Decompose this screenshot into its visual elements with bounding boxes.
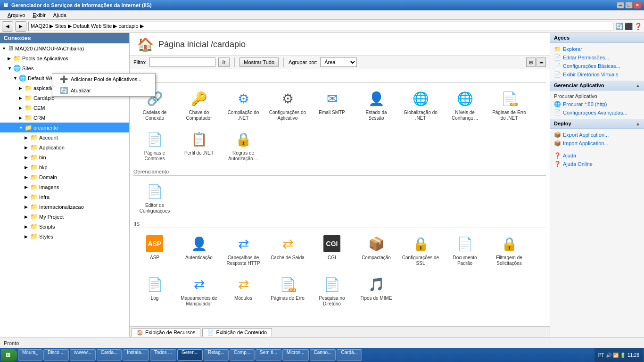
tree-toggle[interactable]: ▶ [25,155,30,160]
icon-erros-http[interactable]: 📄 404 Páginas de Erro [266,272,309,310]
maximize-button[interactable]: □ [625,2,633,8]
taskbar-todos[interactable]: Todos ... [150,349,176,361]
exibir-virt-link[interactable]: 📄 Exibir Diretórios Virtuais [554,70,640,79]
tree-toggle[interactable]: ▶ [19,106,25,110]
icon-regras[interactable]: 🔒 Regras de Autorização ... [222,126,264,165]
tree-toggle[interactable]: ▶ [25,165,30,170]
tree-toggle[interactable]: ▼ [2,46,8,51]
icon-mime[interactable]: 🎵 Tipos de MIME [355,272,397,310]
tree-node-crm[interactable]: ▶ 📁 CRM [0,113,129,123]
taskbar-micros[interactable]: Micros... [282,349,309,361]
tree-node-internacionalizacao[interactable]: ▶ 📁 Internacionalizacao [0,202,129,212]
gerenciar-collapse-btn[interactable]: ▲ [636,83,640,88]
icon-perfil[interactable]: 📋 Perfil do .NET [178,126,220,165]
tree-node-scripts[interactable]: ▶ 📁 Scripts [0,222,129,231]
tree-node-domain[interactable]: ▶ 📁 Domain [0,172,129,182]
config-avancadas-link[interactable]: 📄 Configurações Avançadas... [554,108,640,117]
import-app-link[interactable]: 📦 Import Application... [554,139,640,148]
taskbar-retag[interactable]: Retag... [204,349,229,361]
tree-node-orcamento[interactable]: ▼ 📁 orcamento [0,123,129,132]
icon-erros-net[interactable]: 📄 404 Páginas de Erro do .NET [488,86,530,124]
icon-editor-config[interactable]: 📄 Editor de Configurações [133,179,176,217]
tree-toggle[interactable]: ▶ [25,205,30,209]
icon-config-app[interactable]: ⚙ Configurações do Aplicativo [266,86,309,124]
tree-toggle[interactable]: ▶ [25,224,30,229]
menu-exibir[interactable]: Exibir [29,11,50,19]
tree-toggle[interactable]: ▶ [25,145,30,150]
tree-node-bkp[interactable]: ▶ 📁 bkp [0,162,129,172]
procurar80-link[interactable]: 🌐 Procurar *:80 (http) [554,100,640,108]
tree-node-styles[interactable]: ▶ 📁 Styles [0,231,129,241]
tree-node-account[interactable]: ▶ 📁 Account [0,132,129,142]
tree-toggle[interactable]: ▶ [25,234,30,239]
config-basicas-link[interactable]: 📄 Configurações Básicas... [554,62,640,70]
tree-toggle[interactable]: ▶ [25,175,30,180]
taskbar-carda2[interactable]: Cardá... [337,349,362,361]
tab-conteudo[interactable]: 📄 Exibição de Conteúdo [202,328,272,337]
close-button[interactable]: ✕ [634,2,641,8]
deploy-collapse-btn[interactable]: ▲ [636,121,640,126]
icon-global[interactable]: 🌐 Globalização do .NET [399,86,442,124]
groupby-select[interactable]: Área Categoria [320,58,357,67]
taskbar-www[interactable]: wwww... [70,349,96,361]
icon-compactacao[interactable]: 📦 Compactação [355,231,397,270]
taskbar-semti[interactable]: Sem ti... [256,349,281,361]
help-icon[interactable]: ❓ [634,23,642,30]
filter-input[interactable] [149,58,215,67]
icon-filtragem[interactable]: 🔒 Filtragem de Solicitações [488,231,530,270]
icon-ssl[interactable]: 🔒 Configurações de SSL [399,231,442,270]
tree-toggle[interactable]: ▼ [19,125,25,130]
editar-perm-link[interactable]: 📄 Editar Permissões... [554,53,640,62]
ctx-refresh[interactable]: 🔄 Atualizar [52,85,155,96]
back-button[interactable]: ◀ [2,21,13,32]
icon-compilacao[interactable]: ⚙ Compilação do .NET [222,86,264,124]
taskbar-geren[interactable]: Geren... [177,349,203,361]
icon-asp[interactable]: ASP ASP [133,231,176,270]
address-input[interactable]: MAQ20 ▶ Sites ▶ Default Web Site ▶ carda… [28,22,613,31]
tree-toggle[interactable]: ▶ [25,135,30,140]
stop-icon[interactable]: ⬛ [625,23,633,30]
filter-go-button[interactable]: Ir [218,58,230,67]
tree-node-cem[interactable]: ▶ 📁 CEM [0,103,129,113]
start-button[interactable]: ⊞ [1,349,17,361]
export-app-link[interactable]: 📦 Export Application... [554,131,640,139]
menu-ajuda[interactable]: Ajuda [50,11,70,19]
refresh-icon[interactable]: 🔄 [615,23,623,30]
view-small-icon-button[interactable]: ☰ [537,58,546,67]
tree-toggle[interactable]: ▶ [8,56,13,61]
tab-recursos[interactable]: 🏠 Exibição de Recursos [132,328,200,337]
forward-button[interactable]: ▶ [15,21,26,32]
icon-paginas[interactable]: 📄 Páginas e Controles [133,126,176,165]
ctx-add-pool[interactable]: ➕ Adicionar Pool de Aplicativos... [52,74,155,85]
icon-estado[interactable]: 👤 Estado da Sessão [355,86,397,124]
taskbar-instala[interactable]: Instala... [123,349,149,361]
tree-toggle[interactable]: ▶ [25,214,30,219]
tree-node-infra[interactable]: ▶ 📁 Infra [0,192,129,202]
icon-pesquisa[interactable]: 📄 Pesquisa no Diretório [311,272,353,310]
taskbar-comp[interactable]: Comp... [230,349,255,361]
tree-node-bin[interactable]: ▶ 📁 bin [0,152,129,162]
tree-toggle[interactable]: ▼ [13,76,19,81]
taskbar-disco[interactable]: Disco ... [43,349,69,361]
tree-toggle[interactable]: ▶ [25,185,30,189]
tree-toggle[interactable]: ▶ [25,195,30,199]
icon-mapeamentos[interactable]: ⇄ Mapeamentos de Manipulador [178,272,220,310]
icon-log[interactable]: 📄 Log [133,272,176,310]
menu-arquivo[interactable]: Arquivo [4,11,29,19]
show-all-button[interactable]: Mostrar Tudo [239,58,279,67]
icon-cabecalhos[interactable]: ⇄ Cabeçalhos de Resposta HTTP [222,231,264,270]
tree-toggle[interactable]: ▶ [19,96,25,100]
icon-cache[interactable]: ⇄ Cache de Saída [266,231,309,270]
tree-node-application[interactable]: ▶ 📁 Application [0,142,129,152]
taskbar-canno[interactable]: Canno... [310,349,336,361]
taskbar-carda[interactable]: Carda... [97,349,122,361]
tree-node-imagens[interactable]: ▶ 📁 Imagens [0,182,129,192]
explorar-link[interactable]: 📁 Explorar [554,45,640,53]
taskbar-moura[interactable]: Moura_ [18,349,42,361]
tree-node-myproject[interactable]: ▶ 📁 My Project [0,212,129,222]
tree-node-maq20[interactable]: ▼ 🖥 MAQ20 (JNMOURA\Chibana) [0,43,129,53]
minimize-button[interactable]: ─ [617,2,624,8]
tree-toggle[interactable]: ▶ [19,115,25,120]
tree-toggle[interactable]: ▼ [8,66,13,71]
ajuda-online-link[interactable]: ❓ Ajuda Online [554,160,640,168]
